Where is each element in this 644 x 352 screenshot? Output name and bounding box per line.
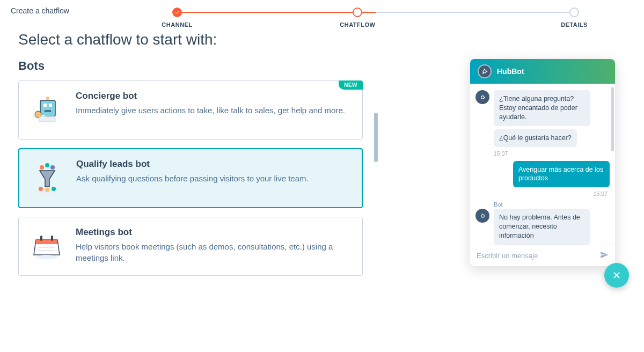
- svg-point-12: [39, 187, 43, 191]
- meetings-title: Meetings bot: [76, 227, 352, 238]
- svg-point-13: [45, 188, 49, 192]
- svg-point-21: [484, 69, 485, 70]
- bot-card-concierge[interactable]: NEW Concierge bot Immediately give users…: [18, 80, 363, 140]
- step-details[interactable]: DETAILS: [547, 8, 601, 28]
- svg-rect-3: [45, 110, 51, 112]
- user-message: Averiguar más acerca de los productos: [513, 161, 610, 188]
- timestamp: 15:07: [494, 150, 610, 157]
- breadcrumb: Create a chatflow: [11, 6, 633, 15]
- step-channel-dot: [172, 8, 182, 17]
- hubspot-sprocket-icon: [478, 64, 492, 78]
- page-title: Select a chatflow to start with:: [18, 31, 644, 48]
- bot-avatar-icon: [475, 209, 489, 223]
- bots-heading: Bots: [18, 59, 370, 73]
- timestamp: 15:07: [475, 190, 608, 197]
- svg-point-11: [50, 165, 55, 170]
- bot-message: No hay problema. Antes de comenzar, nece…: [494, 209, 590, 245]
- step-chatflow-label: CHATFLOW: [331, 21, 384, 28]
- chat-header-title: HubBot: [497, 67, 524, 76]
- bot-message: ¿Qué le gustaría hacer?: [494, 129, 577, 147]
- step-details-label: DETAILS: [547, 21, 601, 28]
- step-channel[interactable]: CHANNEL: [150, 8, 204, 28]
- svg-point-29: [484, 215, 485, 216]
- qualify-bot-icon: [28, 159, 67, 197]
- bots-panel: Bots NEW Concierge bot Immediately give …: [11, 59, 370, 284]
- svg-point-14: [52, 187, 56, 191]
- svg-rect-18: [51, 236, 53, 241]
- svg-point-28: [482, 214, 483, 215]
- step-details-dot: [569, 8, 579, 17]
- svg-point-10: [45, 163, 49, 167]
- bot-card-qualify[interactable]: Qualify leads bot Ask qualifying questio…: [18, 148, 363, 208]
- bot-message: ¿Tiene alguna pregunta? Estoy encantado …: [494, 90, 590, 126]
- svg-point-20: [483, 70, 486, 73]
- bot-avatar-icon: [475, 90, 489, 104]
- qualify-desc: Ask qualifying questions before passing …: [76, 173, 351, 184]
- svg-point-9: [40, 165, 44, 170]
- svg-rect-0: [40, 100, 55, 116]
- svg-point-27: [481, 215, 484, 217]
- meetings-bot-icon: [27, 227, 66, 266]
- svg-rect-7: [39, 116, 55, 122]
- chat-input-placeholder: Escribir un mensaje: [477, 252, 538, 260]
- svg-rect-17: [40, 236, 42, 241]
- svg-point-23: [482, 72, 484, 74]
- chat-preview: HubBot ¿Tiene alguna pregunta? Estoy enc…: [470, 59, 615, 266]
- svg-point-19: [36, 255, 57, 259]
- check-icon: [174, 10, 180, 15]
- step-chatflow-dot: [353, 8, 362, 17]
- step-channel-label: CHANNEL: [150, 21, 204, 28]
- svg-point-25: [482, 94, 483, 96]
- send-icon[interactable]: [600, 251, 609, 261]
- bot-label: Bot: [494, 201, 610, 208]
- concierge-bot-icon: [27, 91, 66, 129]
- concierge-title: Concierge bot: [76, 91, 352, 101]
- concierge-desc: Immediately give users actions to take, …: [76, 105, 352, 116]
- svg-point-26: [484, 97, 485, 98]
- chat-input[interactable]: Escribir un mensaje: [470, 245, 615, 266]
- svg-rect-1: [43, 104, 47, 107]
- chat-header: HubBot: [470, 59, 615, 84]
- meetings-desc: Help visitors book meetings (such as dem…: [76, 241, 352, 263]
- qualify-title: Qualify leads bot: [76, 159, 351, 170]
- scrollbar[interactable]: [374, 113, 378, 162]
- close-icon: [612, 270, 621, 280]
- new-badge: NEW: [339, 80, 363, 90]
- bot-card-meetings[interactable]: Meetings bot Help visitors book meetings…: [18, 217, 363, 276]
- svg-point-4: [46, 97, 49, 100]
- svg-point-24: [481, 96, 484, 98]
- close-chat-button[interactable]: [604, 263, 629, 288]
- chat-body: ¿Tiene alguna pregunta? Estoy encantado …: [470, 84, 615, 245]
- svg-point-22: [486, 71, 487, 72]
- step-chatflow[interactable]: CHATFLOW: [331, 8, 384, 28]
- svg-rect-2: [49, 104, 52, 107]
- chat-scrollbar[interactable]: [611, 87, 614, 151]
